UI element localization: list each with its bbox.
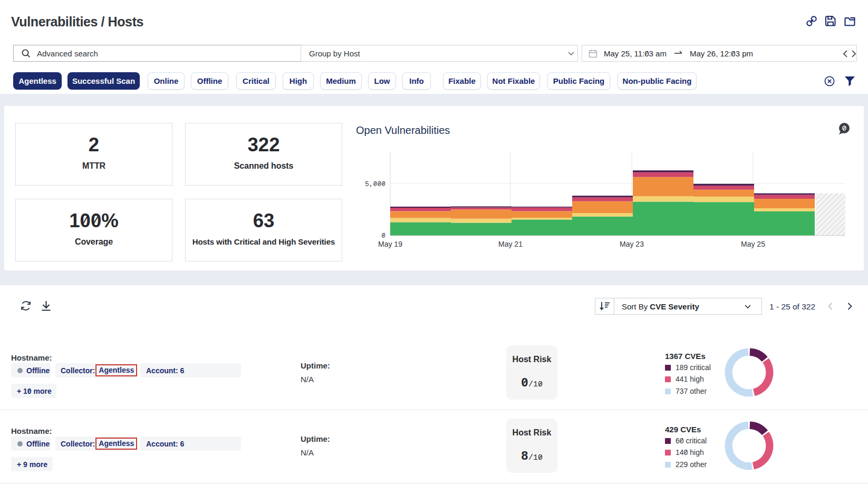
- svg-text:0: 0: [381, 232, 385, 240]
- svg-text:5,000: 5,000: [365, 180, 385, 188]
- svg-text:May 23: May 23: [620, 240, 644, 248]
- svg-text:May 25: May 25: [741, 240, 765, 248]
- svg-text:May 21: May 21: [498, 240, 523, 248]
- svg-text:May 19: May 19: [378, 240, 402, 248]
